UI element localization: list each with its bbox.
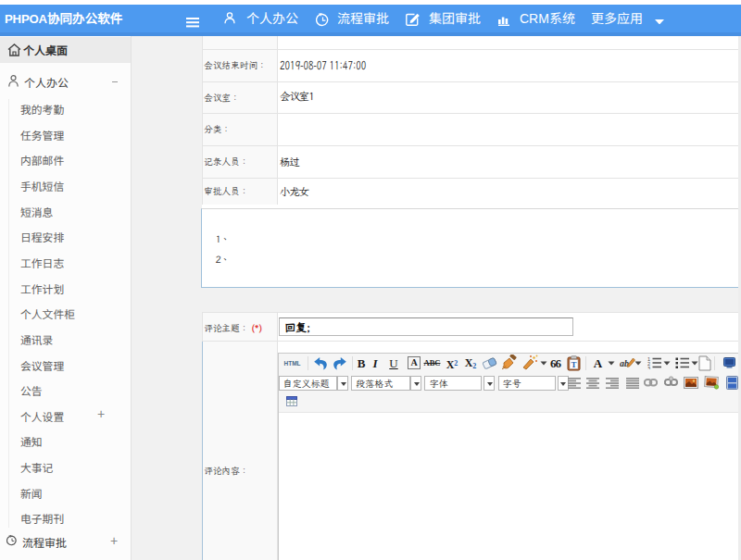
svg-text:3: 3 <box>647 366 650 369</box>
svg-text:T: T <box>571 359 576 368</box>
